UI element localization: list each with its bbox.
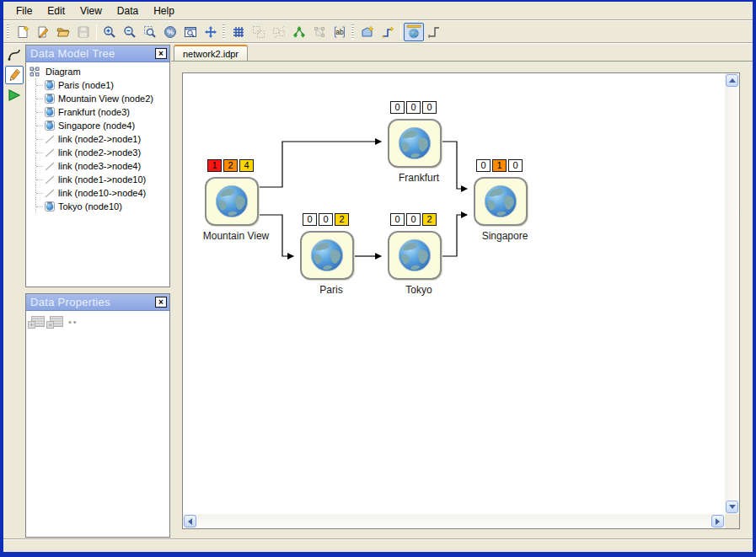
badge: 0 bbox=[319, 213, 333, 226]
zoom-out-button[interactable] bbox=[120, 23, 140, 41]
tree-item-link[interactable]: link (node10->node4) bbox=[36, 186, 168, 200]
menu-view[interactable]: View bbox=[72, 3, 110, 19]
node-tokyo[interactable] bbox=[388, 231, 442, 280]
tree-layout-button[interactable] bbox=[289, 23, 309, 41]
label-layout-icon: ab bbox=[333, 25, 346, 39]
badges-node2: 1 2 4 bbox=[207, 159, 254, 172]
tree-item-link[interactable]: link (node3->node4) bbox=[36, 159, 168, 173]
zoom-in-button[interactable] bbox=[99, 23, 120, 41]
scroll-left-button[interactable] bbox=[184, 515, 196, 528]
badge: 4 bbox=[239, 159, 254, 172]
tree-item-node[interactable]: Tokyo (node10) bbox=[36, 200, 168, 213]
window-content: File Edit View Data Help bbox=[3, 2, 753, 552]
remove-property-button[interactable]: × bbox=[50, 316, 63, 327]
graph-layout-button[interactable] bbox=[309, 23, 330, 41]
node-icon bbox=[45, 107, 55, 117]
node-icon bbox=[45, 94, 55, 104]
node-frankfurt[interactable] bbox=[388, 119, 442, 168]
editor-tab-bar: network2.idpr bbox=[171, 45, 753, 62]
tab-label: network2.idpr bbox=[183, 49, 239, 59]
close-icon[interactable]: × bbox=[155, 297, 167, 308]
menu-edit[interactable]: Edit bbox=[40, 3, 72, 19]
zoom-area-button[interactable] bbox=[140, 23, 160, 41]
tree-item-node[interactable]: Paris (node1) bbox=[36, 78, 168, 92]
ungroup-icon bbox=[272, 25, 286, 39]
svg-text:ab: ab bbox=[335, 28, 344, 36]
data-model-tree-panel: Data Model Tree × Diagram Paris (node1) … bbox=[25, 45, 170, 287]
badges-node4: 0 1 0 bbox=[476, 159, 523, 172]
diagram-wizard-button[interactable] bbox=[33, 23, 53, 41]
tree-item-diagram[interactable]: Diagram bbox=[29, 65, 168, 78]
overview-window-button[interactable] bbox=[180, 23, 201, 41]
stroke-tool-button[interactable] bbox=[5, 46, 24, 64]
grid-toggle-button[interactable] bbox=[228, 23, 249, 41]
tree-item-link[interactable]: link (node2->node3) bbox=[36, 146, 168, 159]
pencil-icon bbox=[7, 67, 22, 83]
tree-item-link[interactable]: link (node1->node10) bbox=[36, 173, 168, 186]
group-selection-button[interactable] bbox=[249, 23, 269, 41]
scroll-down-button[interactable] bbox=[726, 501, 738, 513]
link-icon bbox=[45, 174, 55, 185]
open-file-button[interactable] bbox=[53, 23, 73, 41]
badges-node1: 0 0 2 bbox=[303, 213, 349, 226]
horizontal-scrollbar[interactable] bbox=[183, 514, 725, 528]
tree-item-node[interactable]: Singapore (node4) bbox=[36, 119, 168, 132]
close-icon[interactable]: × bbox=[155, 48, 167, 59]
separator bbox=[400, 24, 401, 40]
menu-data[interactable]: Data bbox=[110, 3, 146, 19]
badge: 2 bbox=[335, 213, 349, 226]
node-singapore[interactable] bbox=[474, 177, 528, 226]
toolbar-gripper[interactable] bbox=[351, 24, 356, 40]
new-document-icon bbox=[16, 25, 29, 39]
node-icon bbox=[45, 201, 55, 212]
stroke-pen-icon bbox=[7, 47, 22, 62]
graph-layout-icon bbox=[313, 25, 326, 39]
chevron-right-icon bbox=[716, 518, 720, 525]
label-layout-button[interactable]: ab bbox=[330, 23, 350, 41]
globe-tool-icon bbox=[406, 24, 421, 40]
link-icon bbox=[45, 147, 55, 158]
diagram-canvas[interactable]: 1 2 4 Mountain View 0 0 0 Frankfurt 0 0 bbox=[183, 73, 725, 514]
pencil-edit-tool-button[interactable] bbox=[5, 66, 24, 84]
scroll-right-button[interactable] bbox=[711, 515, 724, 528]
tree-children: Paris (node1) Mountain View (node2) Fran… bbox=[35, 78, 168, 213]
new-link-button[interactable] bbox=[378, 23, 398, 41]
zoom-percent-button[interactable]: % bbox=[160, 23, 180, 41]
add-property-button[interactable]: + bbox=[31, 316, 45, 327]
open-folder-icon bbox=[56, 25, 70, 39]
data-model-tree-header[interactable]: Data Model Tree × bbox=[26, 46, 169, 62]
pan-mode-button[interactable] bbox=[201, 23, 221, 41]
link-icon bbox=[45, 188, 55, 198]
link-tool-icon bbox=[427, 25, 441, 39]
globe-symbol-tool-button[interactable] bbox=[404, 23, 424, 41]
badges-node10: 0 0 2 bbox=[390, 213, 437, 226]
link-creation-tool-button[interactable] bbox=[424, 23, 444, 41]
data-properties-header[interactable]: Data Properties × bbox=[26, 294, 169, 311]
badge: 0 bbox=[476, 159, 491, 172]
scroll-up-button[interactable] bbox=[726, 74, 738, 87]
tree-item-node[interactable]: Frankfurt (node3) bbox=[36, 105, 168, 119]
toolbar-gripper[interactable] bbox=[7, 24, 11, 40]
scrollbar-corner bbox=[725, 514, 739, 528]
grid-icon bbox=[232, 25, 245, 39]
toolbar-gripper[interactable] bbox=[223, 24, 227, 40]
menu-help[interactable]: Help bbox=[146, 3, 182, 19]
new-node-button[interactable] bbox=[357, 23, 378, 41]
more-options-button[interactable]: •• bbox=[68, 317, 78, 327]
ungroup-selection-button[interactable] bbox=[269, 23, 289, 41]
vertical-scrollbar[interactable] bbox=[725, 73, 739, 514]
menu-file[interactable]: File bbox=[8, 3, 40, 19]
new-diagram-button[interactable] bbox=[13, 23, 33, 41]
tree-item-link[interactable]: link (node2->node1) bbox=[36, 132, 168, 146]
tab-network2[interactable]: network2.idpr bbox=[174, 45, 248, 61]
node-mountain-view[interactable] bbox=[205, 177, 259, 226]
save-file-button[interactable] bbox=[73, 23, 94, 41]
node-paris[interactable] bbox=[300, 231, 354, 280]
plus-icon: + bbox=[28, 321, 35, 329]
chevron-left-icon bbox=[188, 518, 192, 525]
tree-item-node[interactable]: Mountain View (node2) bbox=[36, 92, 168, 105]
node-icon bbox=[45, 121, 55, 131]
link-node2-node3[interactable] bbox=[259, 142, 381, 187]
run-process-button[interactable] bbox=[5, 86, 24, 104]
new-node-icon bbox=[361, 25, 374, 39]
